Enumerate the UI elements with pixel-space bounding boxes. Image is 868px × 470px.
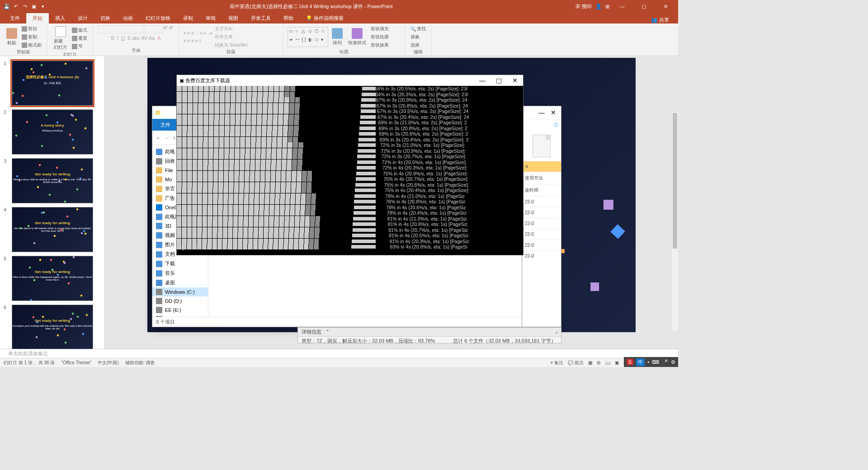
- undo-icon[interactable]: ↶: [12, 2, 20, 10]
- ribbon-options-icon[interactable]: ⊞: [605, 4, 609, 9]
- layout-button[interactable]: 版式: [71, 27, 88, 34]
- ime-toolbar[interactable]: S 中 • ⌨ 🎤 ⚙: [624, 357, 678, 367]
- shapes-gallery[interactable]: ▭○△◇⬡☆➜⬳{ }◐⬭▾: [288, 27, 328, 47]
- tab-insert[interactable]: 插入: [49, 13, 71, 24]
- console-close[interactable]: ✕: [507, 77, 523, 84]
- shape-outline-button[interactable]: 形状轮廓: [370, 33, 390, 41]
- slide-thumb[interactable]: 1选择性必修二 Unit 4 Humour (6)高二年级 英语: [0, 59, 104, 108]
- ribbon-tabs: 文件 开始 插入 设计 切换 动画 幻灯片放映 录制 审阅 视图 开发工具 帮助…: [0, 13, 678, 24]
- slide-thumb[interactable]: 4Get ready for writingHe was about to fa…: [0, 205, 104, 254]
- tree-item[interactable]: 音乐: [152, 268, 208, 278]
- close-button[interactable]: ✕: [656, 4, 675, 9]
- ime-keyboard-icon[interactable]: ⌨: [652, 359, 659, 365]
- notes-pane[interactable]: 单击此处添加备注: [0, 349, 678, 358]
- tab-slideshow[interactable]: 幻灯片放映: [139, 13, 177, 24]
- smartart-button[interactable]: 转换为 SmartArt: [214, 42, 248, 49]
- tree-item[interactable]: DD (D:): [152, 296, 208, 306]
- help-icon[interactable]: ⓘ: [522, 119, 561, 131]
- view-reading-icon[interactable]: 📖: [605, 360, 610, 365]
- tell-me[interactable]: 💡 操作说明搜索: [300, 13, 350, 24]
- section-button[interactable]: 节: [71, 43, 88, 50]
- arrange-button[interactable]: 排列: [330, 27, 344, 47]
- new-slide-button[interactable]: 新建 幻灯片: [52, 25, 69, 52]
- slide-thumb[interactable]: 2A funny storyWriting workshop: [0, 108, 104, 156]
- slide-thumbnails[interactable]: 1选择性必修二 Unit 4 Humour (6)高二年级 英语2A funny…: [0, 56, 105, 349]
- view-normal-icon[interactable]: ▦: [588, 360, 592, 365]
- ime-lang[interactable]: 中: [636, 358, 645, 366]
- language-indicator[interactable]: 中文(中国): [98, 360, 119, 366]
- maximize-button[interactable]: ▢: [635, 4, 653, 9]
- window-title: 高中英语(北师大)选择性必修二 Unit 4 Writing workshop …: [47, 3, 576, 10]
- view-slideshow-icon[interactable]: ▣: [615, 360, 619, 365]
- date-row: 22-0: [522, 229, 561, 240]
- accessibility-indicator[interactable]: 辅助功能: 调查: [125, 360, 155, 366]
- window-controls: — ▢ ✕: [613, 4, 678, 9]
- user-avatar-icon[interactable]: 👤: [595, 4, 602, 9]
- explorer-file-menu[interactable]: 文件: [156, 120, 175, 130]
- copy-button[interactable]: 复制: [21, 33, 42, 41]
- find-button[interactable]: 🔍 查找: [410, 25, 427, 33]
- scroll-right-icon[interactable]: ›: [556, 329, 557, 335]
- tab-home[interactable]: 开始: [26, 13, 49, 24]
- date-row: 22-0: [522, 196, 561, 207]
- console-maximize[interactable]: ▢: [491, 77, 507, 84]
- inspector-close[interactable]: ✕: [547, 109, 559, 116]
- group-label: 字体: [98, 47, 174, 54]
- quick-styles-button[interactable]: 快速样式: [346, 27, 368, 47]
- slide-thumb[interactable]: 6Get ready for writingCompare your endin…: [0, 303, 104, 349]
- vertical-scrollbar[interactable]: [671, 112, 678, 331]
- back-icon[interactable]: ←: [156, 135, 161, 141]
- inspector-minimize[interactable]: —: [536, 109, 547, 116]
- tab-transitions[interactable]: 切换: [94, 13, 117, 24]
- forward-icon[interactable]: →: [165, 135, 170, 141]
- tab-view[interactable]: 视图: [222, 13, 245, 24]
- redo-icon[interactable]: ↷: [21, 2, 29, 10]
- console-minimize[interactable]: —: [474, 77, 491, 84]
- up-icon[interactable]: ↑: [173, 135, 176, 141]
- slide-thumb[interactable]: 3Get ready for writingRead a story. Add …: [0, 156, 104, 205]
- replace-button[interactable]: 替换: [410, 33, 427, 41]
- reset-button[interactable]: 重置: [71, 35, 88, 42]
- console-body[interactable]: 64% in 3s (20.5%/s, eta: 2s) [PageSize]:…: [177, 86, 523, 255]
- more-icon[interactable]: ▾: [39, 2, 47, 10]
- console-line: 75% in 4s (20.6%/s, eta: 1s) [PageSize]:: [375, 182, 523, 188]
- shape-fill-button[interactable]: 形状填充: [370, 25, 390, 33]
- text-direction-button[interactable]: 文字方向: [214, 25, 248, 33]
- align-text-button[interactable]: 对齐文本: [214, 33, 248, 41]
- ime-punct-icon[interactable]: •: [647, 359, 649, 365]
- tab-design[interactable]: 设计: [71, 13, 94, 24]
- minimize-button[interactable]: —: [613, 4, 631, 9]
- shape-effects-button[interactable]: 形状效果: [370, 42, 390, 49]
- ime-s-icon[interactable]: S: [627, 359, 633, 365]
- notes-toggle[interactable]: ≡ 备注: [550, 360, 563, 366]
- tab-help[interactable]: 帮助: [277, 13, 300, 24]
- tab-record[interactable]: 录制: [177, 13, 199, 24]
- comments-toggle[interactable]: 💬 批注: [568, 360, 584, 366]
- tree-item[interactable]: Windows (C:): [152, 287, 208, 296]
- tab-review[interactable]: 审阅: [199, 13, 222, 24]
- console-titlebar[interactable]: ▣ 免费百度文库下载器 — ▢ ✕: [177, 75, 523, 86]
- select-button[interactable]: 选择: [410, 42, 427, 49]
- console-line: 75% in 4s (20.7%/s, eta: 1s) [PageSize]:: [375, 176, 523, 182]
- copy-icon: [22, 34, 27, 40]
- tree-item[interactable]: EE (E:): [152, 306, 208, 315]
- tree-item[interactable]: 桌面: [152, 278, 208, 287]
- slideshow-icon[interactable]: ▣: [30, 2, 38, 10]
- cut-button[interactable]: 剪切: [21, 25, 42, 33]
- tree-item[interactable]: 下载: [152, 259, 208, 268]
- tab-devtools[interactable]: 开发工具: [245, 13, 277, 24]
- save-icon[interactable]: 💾: [3, 2, 11, 10]
- tab-file[interactable]: 文件: [4, 13, 26, 24]
- paste-button[interactable]: 粘贴: [5, 27, 19, 47]
- share-button[interactable]: 👥 共享: [651, 17, 678, 24]
- tab-animations[interactable]: 动画: [117, 13, 139, 24]
- format-painter-button[interactable]: 格式刷: [21, 42, 42, 49]
- ime-mic-icon[interactable]: 🎤: [662, 359, 668, 365]
- console-line: 69% in 3s (20.6%/s, eta: 2s) [PageSize]:…: [375, 131, 523, 137]
- slide-thumb[interactable]: 5Get ready for writingAfter a short whil…: [0, 254, 104, 303]
- view-sorter-icon[interactable]: ⊞: [597, 360, 600, 365]
- collapse-icon[interactable]: ⌃: [326, 329, 330, 335]
- group-font: A^ A˘ B I U S abc AV Aa A 字体: [93, 24, 179, 56]
- ime-settings-icon[interactable]: ⚙: [671, 359, 675, 365]
- close-tip-icon[interactable]: ✕: [522, 161, 561, 172]
